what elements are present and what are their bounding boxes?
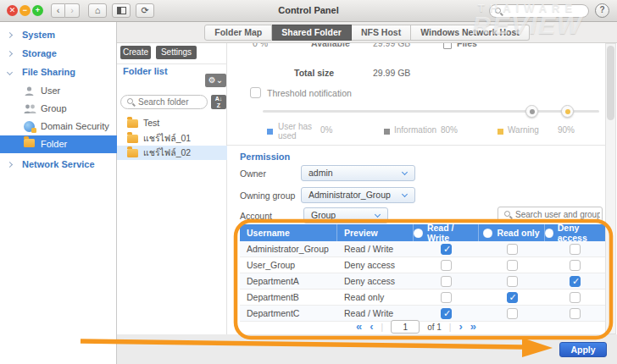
deny-checkbox[interactable] (570, 292, 581, 303)
table-row[interactable]: DepartmentA Deny access (240, 273, 605, 290)
folder-row-share01[interactable]: แชร์ไฟล์_01 (117, 131, 227, 146)
sidebar-item-label: Storage (22, 45, 57, 63)
column-label: Read / Write (427, 223, 478, 243)
owner-value: admin (308, 168, 333, 178)
sidebar-item-group[interactable]: Group (0, 100, 117, 118)
last-page-button[interactable]: » (470, 320, 476, 334)
scrollbar-thumb[interactable] (607, 46, 614, 120)
preview-cell: Read / Write (337, 308, 414, 318)
threshold-label: Threshold notification (267, 88, 352, 98)
sidebar-item-label: Group (41, 100, 67, 118)
column-deny-access[interactable]: Deny access (545, 224, 605, 241)
warning-slider-handle[interactable] (561, 105, 574, 118)
clipped-usage-row: 0 % Available 29.99 GB Files (227, 43, 605, 56)
legend-user-used (267, 127, 273, 136)
table-row[interactable]: DepartmentB Read only (240, 290, 605, 306)
divider (227, 145, 605, 146)
create-button[interactable]: Create (120, 46, 151, 59)
page-of-label: of 1 (427, 323, 442, 332)
deny-checkbox[interactable] (570, 260, 581, 271)
folder-search-input[interactable] (138, 97, 204, 108)
search-icon (495, 8, 501, 14)
sidebar-item-network-service[interactable]: Network Service (0, 156, 117, 174)
shared-folder-detail-panel: 0 % Available 29.99 GB Files Total size … (227, 43, 605, 334)
ro-checkbox[interactable] (507, 244, 518, 255)
blue-square-icon (267, 129, 273, 135)
sidebar-item-file-sharing[interactable]: File Sharing (0, 63, 117, 81)
prev-page-button[interactable]: ‹ (370, 320, 373, 334)
tab-nfs-host[interactable]: NFS Host (352, 25, 411, 41)
legend-information-label: Information (394, 125, 436, 135)
folder-icon (127, 135, 138, 143)
tab-windows-network-host[interactable]: Windows Network Host (411, 25, 530, 41)
sidebar-item-user[interactable]: User (0, 82, 117, 100)
rw-checkbox[interactable] (441, 260, 452, 271)
rw-checkbox[interactable] (441, 244, 452, 255)
tab-shared-folder[interactable]: Shared Folder (272, 25, 352, 41)
global-search-input[interactable] (505, 5, 586, 17)
table-row[interactable]: User_Group Deny access (240, 257, 605, 273)
preview-cell: Read / Write (337, 244, 414, 254)
legend-warning (497, 127, 503, 136)
preview-cell: Deny access (337, 276, 414, 286)
permission-table: Username Preview Read / Write Read only … (240, 224, 605, 322)
user-icon (24, 85, 35, 97)
threshold-slider-track[interactable] (263, 110, 599, 113)
folder-name: Test (143, 116, 159, 130)
rw-checkbox[interactable] (441, 276, 452, 287)
table-row[interactable]: Administrator_Group Read / Write (240, 241, 605, 257)
sidebar-item-folder[interactable]: Folder (0, 135, 117, 153)
sort-button[interactable]: A↓ Z (211, 95, 226, 109)
global-search-box[interactable] (489, 4, 589, 18)
owner-select[interactable]: admin (301, 165, 415, 181)
rw-checkbox[interactable] (441, 308, 452, 319)
select-all-rw-checkbox[interactable] (414, 229, 423, 238)
column-preview[interactable]: Preview (337, 224, 414, 241)
column-read-only[interactable]: Read only (479, 224, 545, 241)
account-select[interactable]: Group (303, 207, 388, 223)
help-button[interactable]: ? (595, 3, 609, 18)
account-label: Account (240, 211, 272, 221)
ro-checkbox[interactable] (507, 292, 518, 303)
legend-user-used-label: User has used (278, 122, 317, 141)
select-all-deny-checkbox[interactable] (545, 229, 553, 238)
settings-button[interactable]: Settings (156, 46, 197, 59)
threshold-checkbox[interactable] (250, 87, 261, 98)
page-number-input[interactable] (391, 320, 420, 334)
next-page-button[interactable]: › (459, 320, 462, 334)
sidebar-nav: System Storage File Sharing User Group D… (0, 22, 117, 364)
ro-checkbox[interactable] (507, 260, 518, 271)
vertical-scrollbar[interactable] (605, 43, 616, 345)
deny-checkbox[interactable] (570, 244, 581, 255)
column-label: Read only (497, 228, 539, 238)
column-read-write[interactable]: Read / Write (414, 224, 479, 241)
total-size-value: 29.99 GB (373, 68, 410, 78)
sidebar-item-label: Folder (41, 135, 67, 153)
sidebar-item-label: Network Service (22, 156, 95, 174)
folder-row-test[interactable]: Test (117, 116, 227, 130)
apply-button[interactable]: Apply (559, 342, 607, 357)
information-slider-handle[interactable] (525, 105, 538, 118)
search-icon (504, 211, 510, 217)
column-username[interactable]: Username (240, 224, 337, 241)
user-group-search-input[interactable] (515, 208, 600, 220)
ro-checkbox[interactable] (507, 276, 518, 287)
sidebar-item-label: System (22, 26, 55, 44)
select-all-ro-checkbox[interactable] (483, 229, 492, 238)
folder-row-share02[interactable]: แชร์ไฟล์_02 (117, 146, 227, 160)
deny-checkbox[interactable] (570, 276, 581, 287)
user-group-search-box[interactable] (497, 207, 603, 222)
sidebar-item-system[interactable]: System (0, 26, 117, 44)
available-label: Available (311, 43, 350, 48)
tab-folder-map[interactable]: Folder Map (204, 25, 272, 41)
first-page-button[interactable]: « (356, 320, 362, 334)
sidebar-item-storage[interactable]: Storage (0, 45, 117, 63)
deny-checkbox[interactable] (570, 308, 581, 319)
folder-name: แชร์ไฟล์_02 (143, 146, 191, 160)
folder-search-box[interactable] (120, 95, 208, 109)
folder-options-button[interactable]: ⚙⌄ (205, 74, 226, 87)
owning-group-select[interactable]: Administrator_Group (301, 187, 415, 203)
ro-checkbox[interactable] (507, 308, 518, 319)
rw-checkbox[interactable] (441, 292, 452, 303)
sidebar-item-domain-security[interactable]: Domain Security (0, 118, 117, 135)
